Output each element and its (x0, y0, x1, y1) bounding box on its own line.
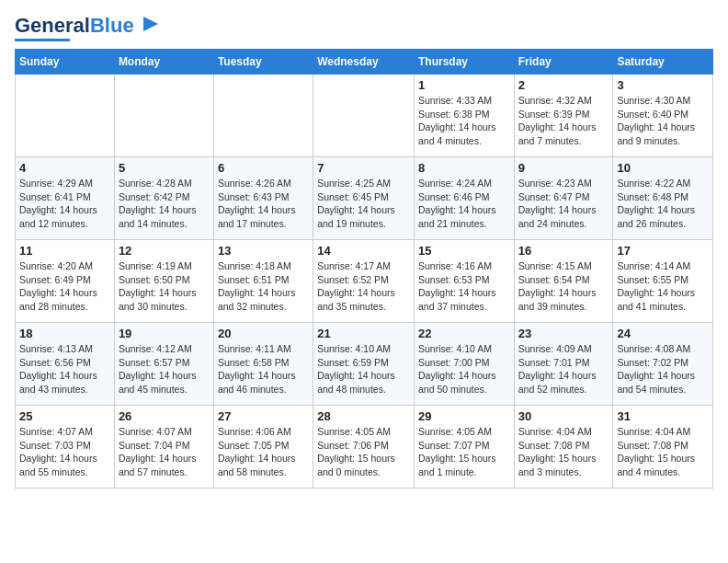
day-number: 10 (617, 161, 709, 175)
calendar-cell: 10Sunrise: 4:22 AM Sunset: 6:48 PM Dayli… (613, 157, 713, 240)
calendar-cell: 2Sunrise: 4:32 AM Sunset: 6:39 PM Daylig… (514, 75, 613, 157)
day-info: Sunrise: 4:26 AM Sunset: 6:43 PM Dayligh… (218, 177, 309, 231)
day-number: 20 (218, 327, 309, 340)
day-number: 21 (317, 327, 410, 340)
day-info: Sunrise: 4:18 AM Sunset: 6:51 PM Dayligh… (218, 259, 309, 314)
day-info: Sunrise: 4:23 AM Sunset: 6:47 PM Dayligh… (518, 177, 609, 231)
calendar-cell: 13Sunrise: 4:18 AM Sunset: 6:51 PM Dayli… (213, 240, 313, 323)
calendar-cell: 27Sunrise: 4:06 AM Sunset: 7:05 PM Dayli… (213, 406, 313, 488)
calendar-cell: 23Sunrise: 4:09 AM Sunset: 7:01 PM Dayli… (514, 323, 613, 406)
day-number: 29 (418, 409, 510, 423)
day-number: 7 (317, 161, 410, 175)
day-info: Sunrise: 4:12 AM Sunset: 6:57 PM Dayligh… (119, 342, 210, 396)
calendar-cell: 6Sunrise: 4:26 AM Sunset: 6:43 PM Daylig… (213, 157, 313, 240)
day-info: Sunrise: 4:10 AM Sunset: 6:59 PM Dayligh… (317, 342, 410, 396)
calendar-cell: 3Sunrise: 4:30 AM Sunset: 6:40 PM Daylig… (613, 75, 713, 157)
calendar-week-5: 25Sunrise: 4:07 AM Sunset: 7:03 PM Dayli… (16, 406, 713, 488)
day-number: 16 (518, 244, 609, 258)
day-number: 5 (119, 161, 210, 175)
day-info: Sunrise: 4:20 AM Sunset: 6:49 PM Dayligh… (19, 259, 110, 314)
calendar-cell: 25Sunrise: 4:07 AM Sunset: 7:03 PM Dayli… (16, 406, 115, 488)
day-info: Sunrise: 4:24 AM Sunset: 6:46 PM Dayligh… (418, 177, 510, 231)
day-info: Sunrise: 4:11 AM Sunset: 6:58 PM Dayligh… (218, 342, 309, 396)
day-info: Sunrise: 4:25 AM Sunset: 6:45 PM Dayligh… (317, 177, 410, 231)
day-number: 13 (218, 244, 309, 258)
day-info: Sunrise: 4:06 AM Sunset: 7:05 PM Dayligh… (218, 425, 309, 479)
day-number: 1 (418, 78, 510, 92)
calendar-cell (313, 75, 415, 157)
day-info: Sunrise: 4:05 AM Sunset: 7:07 PM Dayligh… (418, 425, 510, 479)
logo-icon (136, 11, 162, 37)
calendar-cell: 22Sunrise: 4:10 AM Sunset: 7:00 PM Dayli… (414, 323, 514, 406)
calendar-week-1: 1Sunrise: 4:33 AM Sunset: 6:38 PM Daylig… (16, 75, 713, 157)
day-info: Sunrise: 4:19 AM Sunset: 6:50 PM Dayligh… (119, 259, 210, 314)
calendar-cell: 7Sunrise: 4:25 AM Sunset: 6:45 PM Daylig… (313, 157, 415, 240)
calendar-cell: 21Sunrise: 4:10 AM Sunset: 6:59 PM Dayli… (313, 323, 415, 406)
day-info: Sunrise: 4:10 AM Sunset: 7:00 PM Dayligh… (418, 342, 510, 396)
weekday-wednesday: Wednesday (313, 50, 415, 75)
day-number: 30 (518, 409, 609, 423)
calendar-table: SundayMondayTuesdayWednesdayThursdayFrid… (15, 49, 713, 488)
day-number: 15 (418, 244, 510, 258)
day-info: Sunrise: 4:07 AM Sunset: 7:04 PM Dayligh… (119, 425, 210, 479)
day-info: Sunrise: 4:05 AM Sunset: 7:06 PM Dayligh… (317, 425, 410, 479)
day-info: Sunrise: 4:22 AM Sunset: 6:48 PM Dayligh… (617, 177, 709, 231)
calendar-week-3: 11Sunrise: 4:20 AM Sunset: 6:49 PM Dayli… (16, 240, 713, 323)
weekday-monday: Monday (114, 50, 213, 75)
day-info: Sunrise: 4:33 AM Sunset: 6:38 PM Dayligh… (418, 94, 510, 148)
day-number: 31 (617, 409, 709, 423)
calendar-cell: 4Sunrise: 4:29 AM Sunset: 6:41 PM Daylig… (16, 157, 115, 240)
calendar-cell: 28Sunrise: 4:05 AM Sunset: 7:06 PM Dayli… (313, 406, 415, 488)
day-number: 14 (317, 244, 410, 258)
calendar-body: 1Sunrise: 4:33 AM Sunset: 6:38 PM Daylig… (16, 75, 713, 488)
day-info: Sunrise: 4:04 AM Sunset: 7:08 PM Dayligh… (617, 425, 709, 479)
day-number: 24 (617, 327, 709, 340)
day-info: Sunrise: 4:08 AM Sunset: 7:02 PM Dayligh… (617, 342, 709, 396)
day-number: 12 (119, 244, 210, 258)
calendar-cell (114, 75, 213, 157)
day-number: 6 (218, 161, 309, 175)
day-number: 26 (119, 409, 210, 423)
calendar-cell: 9Sunrise: 4:23 AM Sunset: 6:47 PM Daylig… (514, 157, 613, 240)
day-info: Sunrise: 4:13 AM Sunset: 6:56 PM Dayligh… (19, 342, 110, 396)
day-number: 8 (418, 161, 510, 175)
calendar-cell: 5Sunrise: 4:28 AM Sunset: 6:42 PM Daylig… (114, 157, 213, 240)
calendar-cell: 24Sunrise: 4:08 AM Sunset: 7:02 PM Dayli… (613, 323, 713, 406)
weekday-sunday: Sunday (16, 50, 115, 75)
weekday-tuesday: Tuesday (213, 50, 313, 75)
calendar-cell: 18Sunrise: 4:13 AM Sunset: 6:56 PM Dayli… (16, 323, 115, 406)
calendar-cell: 16Sunrise: 4:15 AM Sunset: 6:54 PM Dayli… (514, 240, 613, 323)
logo-text: GeneralBlue (15, 16, 134, 36)
day-info: Sunrise: 4:04 AM Sunset: 7:08 PM Dayligh… (518, 425, 609, 479)
day-number: 17 (617, 244, 709, 258)
calendar-cell: 26Sunrise: 4:07 AM Sunset: 7:04 PM Dayli… (114, 406, 213, 488)
page-header: GeneralBlue (15, 15, 713, 41)
day-number: 3 (617, 78, 709, 92)
day-number: 18 (19, 327, 110, 340)
calendar-cell: 31Sunrise: 4:04 AM Sunset: 7:08 PM Dayli… (613, 406, 713, 488)
calendar-cell: 20Sunrise: 4:11 AM Sunset: 6:58 PM Dayli… (213, 323, 313, 406)
logo: GeneralBlue (15, 15, 162, 41)
calendar-cell (213, 75, 313, 157)
day-number: 11 (19, 244, 110, 258)
day-number: 25 (19, 409, 110, 423)
day-info: Sunrise: 4:29 AM Sunset: 6:41 PM Dayligh… (19, 177, 110, 231)
day-number: 9 (518, 161, 609, 175)
calendar-cell: 11Sunrise: 4:20 AM Sunset: 6:49 PM Dayli… (16, 240, 115, 323)
calendar-cell (16, 75, 115, 157)
weekday-header-row: SundayMondayTuesdayWednesdayThursdayFrid… (16, 50, 713, 75)
day-info: Sunrise: 4:14 AM Sunset: 6:55 PM Dayligh… (617, 259, 709, 314)
calendar-cell: 29Sunrise: 4:05 AM Sunset: 7:07 PM Dayli… (414, 406, 514, 488)
calendar-cell: 1Sunrise: 4:33 AM Sunset: 6:38 PM Daylig… (414, 75, 514, 157)
weekday-saturday: Saturday (613, 50, 713, 75)
day-number: 23 (518, 327, 609, 340)
calendar-cell: 14Sunrise: 4:17 AM Sunset: 6:52 PM Dayli… (313, 240, 415, 323)
calendar-week-2: 4Sunrise: 4:29 AM Sunset: 6:41 PM Daylig… (16, 157, 713, 240)
calendar-cell: 15Sunrise: 4:16 AM Sunset: 6:53 PM Dayli… (414, 240, 514, 323)
day-info: Sunrise: 4:30 AM Sunset: 6:40 PM Dayligh… (617, 94, 709, 148)
weekday-friday: Friday (514, 50, 613, 75)
day-info: Sunrise: 4:32 AM Sunset: 6:39 PM Dayligh… (518, 94, 609, 148)
day-info: Sunrise: 4:16 AM Sunset: 6:53 PM Dayligh… (418, 259, 510, 314)
day-number: 2 (518, 78, 609, 92)
day-info: Sunrise: 4:07 AM Sunset: 7:03 PM Dayligh… (19, 425, 110, 479)
